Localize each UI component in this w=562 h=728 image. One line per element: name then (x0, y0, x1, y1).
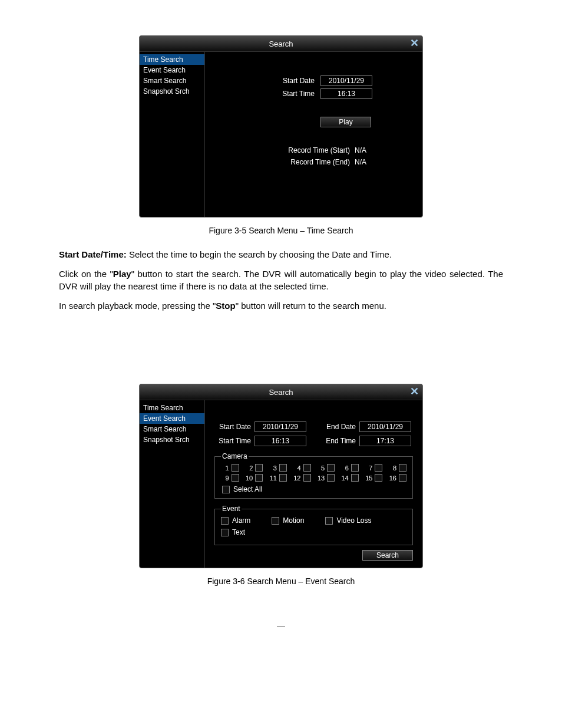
close-icon[interactable]: ✕ (408, 37, 420, 49)
text-checkbox[interactable] (221, 529, 229, 536)
camera-label-10: 10 (246, 475, 253, 482)
camera-label-15: 15 (365, 475, 372, 482)
sidebar-item-event-search[interactable]: Event Search (140, 65, 204, 75)
camera-checkbox-9[interactable] (232, 474, 239, 482)
sidebar-item-snapshot-srch[interactable]: Snapshot Srch (140, 86, 204, 97)
camera-checkbox-5[interactable] (327, 464, 335, 472)
camera-label-1: 1 (226, 465, 229, 472)
select-all-checkbox[interactable] (222, 486, 230, 493)
paragraph-play: Click on the "Play" button to start the … (59, 268, 503, 292)
event-legend: Event (221, 505, 242, 513)
record-end-label: Record Time (End) (214, 158, 355, 166)
camera-label-8: 8 (393, 465, 396, 472)
camera-11: 11 (269, 474, 287, 482)
start-time-label: Start Time (214, 437, 254, 445)
camera-2: 2 (245, 464, 263, 472)
camera-15: 15 (365, 474, 383, 482)
sidebar-item-event-search[interactable]: Event Search (140, 413, 204, 424)
start-time-input[interactable]: 16:13 (254, 436, 306, 446)
sidebar-item-snapshot-srch[interactable]: Snapshot Srch (140, 434, 204, 445)
start-time-input[interactable]: 16:13 (320, 88, 372, 99)
camera-checkbox-8[interactable] (399, 464, 406, 472)
camera-label-5: 5 (321, 465, 325, 472)
camera-label-4: 4 (297, 465, 300, 472)
camera-checkbox-2[interactable] (255, 464, 263, 472)
main-panel: Start Date 2010/11/29 Start Time 16:13 P… (205, 52, 422, 217)
camera-label-9: 9 (226, 475, 229, 482)
sidebar-item-smart-search[interactable]: Smart Search (140, 424, 204, 434)
camera-16: 16 (388, 474, 406, 482)
camera-label-2: 2 (249, 465, 253, 472)
camera-checkbox-15[interactable] (375, 474, 382, 482)
camera-checkbox-14[interactable] (351, 474, 359, 482)
camera-label-13: 13 (318, 475, 325, 482)
end-time-input[interactable]: 17:13 (359, 436, 411, 446)
start-date-label: Start Date (214, 423, 254, 431)
play-button[interactable]: Play (320, 117, 371, 127)
sidebar: Time Search Event Search Smart Search Sn… (140, 52, 205, 217)
camera-label-6: 6 (345, 465, 349, 472)
camera-7: 7 (365, 464, 383, 472)
end-date-input[interactable]: 2010/11/29 (359, 421, 411, 432)
camera-label-7: 7 (369, 465, 372, 472)
camera-label-16: 16 (389, 475, 396, 482)
video-loss-checkbox[interactable] (325, 517, 333, 525)
paragraph-stop: In search playback mode, pressing the "S… (59, 299, 503, 312)
camera-5: 5 (317, 464, 335, 472)
start-date-input[interactable]: 2010/11/29 (254, 421, 306, 432)
camera-checkbox-12[interactable] (303, 474, 311, 482)
record-end-value: N/A (355, 158, 366, 166)
record-start-label: Record Time (Start) (214, 146, 355, 154)
text-label: Text (232, 528, 245, 536)
record-start-value: N/A (355, 146, 366, 154)
camera-checkbox-4[interactable] (303, 464, 311, 472)
motion-checkbox[interactable] (272, 517, 279, 525)
camera-label-3: 3 (273, 465, 277, 472)
sidebar-item-time-search[interactable]: Time Search (140, 403, 204, 413)
camera-checkbox-16[interactable] (399, 474, 406, 482)
select-all-label: Select All (233, 485, 262, 493)
camera-12: 12 (293, 474, 311, 482)
camera-14: 14 (340, 474, 359, 482)
camera-checkbox-3[interactable] (279, 464, 287, 472)
camera-label-11: 11 (270, 475, 277, 482)
video-loss-label: Video Loss (336, 516, 371, 525)
close-icon[interactable]: ✕ (408, 386, 420, 397)
search-window-time: Search ✕ Time Search Event Search Smart … (139, 35, 423, 218)
sidebar-item-smart-search[interactable]: Smart Search (140, 75, 204, 86)
camera-checkbox-7[interactable] (375, 464, 382, 472)
alarm-label: Alarm (232, 516, 250, 525)
window-titlebar: Search ✕ (140, 384, 422, 400)
motion-label: Motion (283, 516, 304, 525)
window-titlebar: Search ✕ (140, 36, 422, 52)
camera-legend: Camera (221, 452, 249, 460)
start-date-label: Start Date (214, 77, 320, 85)
sidebar-item-time-search[interactable]: Time Search (140, 54, 204, 65)
camera-8: 8 (388, 464, 406, 472)
event-group: Event Alarm Motion Video Loss Text (214, 505, 413, 545)
camera-6: 6 (340, 464, 359, 472)
camera-checkbox-13[interactable] (327, 474, 335, 482)
camera-checkbox-10[interactable] (255, 474, 263, 482)
figure-caption-2: Figure 3-6 Search Menu – Event Search (59, 577, 503, 586)
camera-9: 9 (221, 474, 239, 482)
start-date-input[interactable]: 2010/11/29 (320, 75, 372, 86)
window-title: Search (269, 388, 293, 397)
camera-checkbox-1[interactable] (232, 464, 239, 472)
camera-label-14: 14 (342, 475, 349, 482)
main-panel: Start Date 2010/11/29 End Date 2010/11/2… (205, 400, 422, 568)
window-title: Search (269, 39, 293, 48)
camera-3: 3 (269, 464, 287, 472)
camera-13: 13 (317, 474, 335, 482)
end-time-label: End Time (319, 437, 359, 445)
camera-4: 4 (293, 464, 311, 472)
camera-1: 1 (221, 464, 239, 472)
sidebar: Time Search Event Search Smart Search Sn… (140, 400, 205, 568)
camera-checkbox-6[interactable] (351, 464, 359, 472)
paragraph-start-date: Start Date/Time: Select the time to begi… (59, 248, 503, 261)
search-button[interactable]: Search (362, 550, 413, 561)
alarm-checkbox[interactable] (221, 517, 229, 525)
figure-caption-1: Figure 3-5 Search Menu – Time Search (59, 226, 503, 235)
camera-checkbox-11[interactable] (279, 474, 287, 482)
camera-group: Camera 12345678910111213141516 Select Al… (214, 452, 413, 499)
